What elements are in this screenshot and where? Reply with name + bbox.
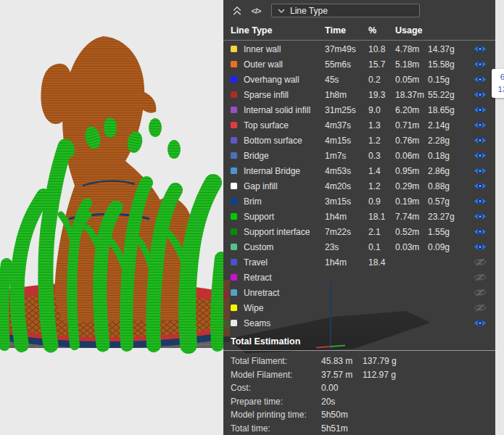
- table-row: Bottom surface4m15s1.20.76m2.28g: [223, 133, 495, 148]
- usage-weight-value: 23.27g: [428, 212, 473, 222]
- eye-hidden-icon[interactable]: [474, 257, 487, 268]
- usage-length-value: 0.76m: [395, 136, 428, 146]
- usage-weight-value: 2.28g: [428, 136, 473, 146]
- line-type-color-swatch: [231, 91, 237, 98]
- line-type-label: Internal Bridge: [244, 166, 325, 176]
- total-row: Total time:5h51m: [223, 422, 495, 435]
- total-value-1: 5h50m: [321, 410, 363, 420]
- table-row: Internal Bridge4m53s1.40.95m2.86g: [223, 163, 495, 178]
- time-value: 4m53s: [325, 166, 368, 176]
- line-type-color-swatch: [231, 167, 237, 174]
- usage-length-value: 0.03m: [395, 242, 428, 252]
- table-row: Custom23s0.10.03m0.09g: [223, 239, 495, 254]
- layer-indicator: 6 13: [492, 69, 504, 98]
- eye-visible-icon[interactable]: [474, 181, 487, 191]
- line-type-color-swatch: [231, 228, 237, 235]
- line-type-label: Sparse infill: [244, 90, 325, 100]
- eye-visible-icon[interactable]: [474, 151, 487, 161]
- table-row: Internal solid infill31m25s9.06.20m18.65…: [223, 102, 495, 117]
- table-row: Gap infill4m20s1.20.29m0.88g: [223, 178, 495, 194]
- eye-hidden-icon[interactable]: [474, 288, 487, 298]
- line-type-color-swatch: [231, 122, 237, 128]
- time-value: 55m6s: [325, 59, 368, 70]
- eye-hidden-icon[interactable]: [474, 273, 487, 283]
- percent-value: 2.1: [368, 227, 395, 237]
- line-type-label: Unretract: [244, 288, 325, 298]
- eye-visible-icon[interactable]: [474, 44, 487, 54]
- eye-visible-icon[interactable]: [474, 105, 487, 115]
- time-value: 45s: [325, 75, 368, 85]
- eye-visible-icon[interactable]: [474, 227, 487, 237]
- usage-weight-value: 1.55g: [428, 227, 473, 237]
- line-type-label: Outer wall: [244, 59, 325, 70]
- total-row: Total Filament:45.83 m137.79 g: [223, 355, 495, 368]
- usage-weight-value: 0.09g: [428, 242, 473, 252]
- total-value-1: 0.00: [321, 383, 363, 393]
- percent-value: 1.4: [368, 166, 395, 176]
- collapse-panel-icon[interactable]: [231, 4, 244, 17]
- total-label: Total time:: [231, 423, 321, 434]
- view-type-dropdown[interactable]: Line Type: [271, 4, 420, 17]
- usage-length-value: 18.37m: [395, 90, 428, 100]
- line-type-label: Seams: [244, 318, 325, 328]
- table-header: Line Type Time % Usage: [223, 24, 495, 37]
- usage-length-value: 0.95m: [395, 166, 428, 176]
- line-type-color-swatch: [231, 274, 237, 281]
- eye-visible-icon[interactable]: [474, 242, 487, 252]
- table-row: Bridge1m7s0.30.06m0.18g: [223, 148, 495, 163]
- window-edge: [495, 0, 504, 435]
- eye-hidden-icon[interactable]: [474, 303, 487, 313]
- table-row: Support1h4m18.17.74m23.27g: [223, 209, 495, 224]
- line-type-label: Top surface: [244, 120, 325, 130]
- table-row: Wipe: [223, 300, 495, 315]
- time-value: 31m25s: [325, 105, 368, 115]
- percent-value: 18.1: [368, 212, 395, 222]
- table-row: Support interface7m22s2.10.52m1.55g: [223, 224, 495, 239]
- line-type-color-swatch: [231, 259, 237, 265]
- line-type-color-swatch: [231, 289, 237, 296]
- table-row: Seams: [223, 315, 495, 331]
- table-row: Retract: [223, 270, 495, 285]
- table-row: Brim3m15s0.90.19m0.57g: [223, 194, 495, 209]
- usage-length-value: 4.78m: [395, 44, 428, 54]
- totals-divider: [223, 350, 495, 351]
- total-row: Model Filament:37.57 m112.97 g: [223, 368, 495, 382]
- line-type-color-swatch: [231, 46, 237, 52]
- percent-value: 0.3: [368, 151, 395, 161]
- header-percent: %: [368, 25, 395, 36]
- time-value: 1h8m: [325, 90, 368, 100]
- line-type-color-swatch: [231, 152, 237, 159]
- eye-visible-icon[interactable]: [474, 59, 487, 70]
- time-value: 3m15s: [325, 196, 368, 207]
- percent-value: 18.4: [368, 257, 395, 268]
- total-row: Cost:0.00: [223, 381, 495, 395]
- eye-visible-icon[interactable]: [474, 196, 487, 207]
- usage-length-value: 5.18m: [395, 59, 428, 70]
- eye-visible-icon[interactable]: [474, 166, 487, 176]
- total-value-1: 37.57 m: [321, 370, 363, 380]
- eye-visible-icon[interactable]: [474, 120, 487, 130]
- eye-visible-icon[interactable]: [474, 90, 487, 100]
- total-value-1: 45.83 m: [321, 356, 363, 366]
- usage-weight-value: 2.86g: [428, 166, 473, 176]
- line-type-label: Overhang wall: [244, 75, 325, 85]
- total-label: Model printing time:: [231, 410, 321, 420]
- app-window: </> Line Type Line Type Time % Usage Inn…: [0, 0, 504, 435]
- eye-visible-icon[interactable]: [474, 136, 487, 146]
- total-value-2: 112.97 g: [363, 370, 488, 380]
- percent-value: 1.3: [368, 120, 395, 130]
- gcode-viewer-icon[interactable]: </>: [249, 4, 263, 17]
- usage-length-value: 0.29m: [395, 181, 428, 191]
- line-type-label: Bottom surface: [244, 136, 325, 146]
- eye-visible-icon[interactable]: [474, 75, 487, 85]
- eye-visible-icon[interactable]: [474, 318, 487, 328]
- eye-visible-icon[interactable]: [474, 212, 487, 222]
- percent-value: 1.2: [368, 181, 395, 191]
- usage-length-value: 0.71m: [395, 120, 428, 130]
- usage-weight-value: 2.14g: [428, 120, 473, 130]
- usage-weight-value: 0.15g: [428, 75, 473, 85]
- percent-value: 10.8: [368, 44, 395, 54]
- usage-length-value: 7.74m: [395, 212, 428, 222]
- line-type-panel: </> Line Type Line Type Time % Usage Inn…: [223, 0, 495, 435]
- chevron-down-icon: [278, 8, 285, 14]
